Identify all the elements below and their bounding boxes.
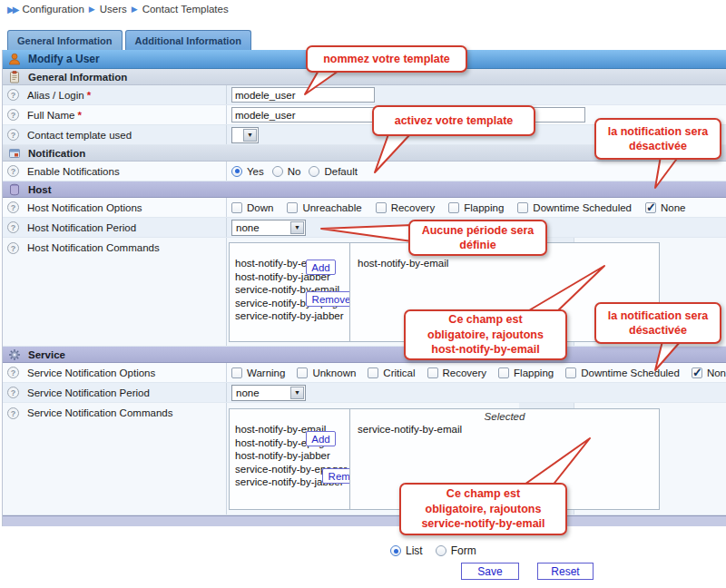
checkbox-icon[interactable] xyxy=(231,202,242,213)
breadcrumb-configuration[interactable]: Configuration xyxy=(22,4,83,15)
section-header-label: General Information xyxy=(28,72,127,83)
callout-no-period: Aucune période seradéfinie xyxy=(408,220,547,256)
list-item[interactable]: service-notify-by-email xyxy=(358,423,659,436)
gear-icon xyxy=(8,348,21,361)
reset-button[interactable]: Reset xyxy=(537,563,594,580)
checkbox-down[interactable]: Down xyxy=(231,202,273,213)
list-item[interactable]: host-notify-by-email xyxy=(358,257,659,270)
double-arrow-icon: ▶▶ xyxy=(7,5,17,15)
help-icon[interactable]: ? xyxy=(7,165,19,177)
table-footer-bar xyxy=(3,515,726,526)
clipboard-icon xyxy=(8,71,21,83)
radio-icon[interactable] xyxy=(231,166,242,177)
checkbox-downtime-scheduled[interactable]: Downtime Scheduled xyxy=(517,202,632,213)
help-icon[interactable]: ? xyxy=(7,201,19,213)
checkbox-icon[interactable] xyxy=(297,368,308,378)
service-period-value-cell: none ▼ xyxy=(228,383,726,402)
callout-required-host-command: Ce champ estobligatoire, rajoutonshost-n… xyxy=(404,309,567,360)
dropdown-arrow-icon[interactable]: ▼ xyxy=(243,129,257,142)
checkbox-none[interactable]: None xyxy=(692,368,726,378)
alias-login-row: ? Alias / Login* xyxy=(3,85,726,105)
section-header-label: Service xyxy=(28,349,65,360)
checkbox-icon[interactable] xyxy=(368,368,378,378)
service-add-button[interactable]: Add xyxy=(306,431,336,446)
callout-name-template: nommez votre template xyxy=(306,45,467,73)
full-name-label: Full Name* xyxy=(27,110,82,121)
checkbox-recovery[interactable]: Recovery xyxy=(427,368,487,378)
breadcrumb-contact-templates[interactable]: Contact Templates xyxy=(142,4,229,15)
radio-icon[interactable] xyxy=(272,166,283,177)
help-icon[interactable]: ? xyxy=(7,109,19,121)
help-icon[interactable]: ? xyxy=(7,242,19,254)
checkbox-checked-icon[interactable] xyxy=(645,202,656,213)
radio-form[interactable]: Form xyxy=(436,544,476,557)
checkbox-recovery[interactable]: Recovery xyxy=(376,202,436,213)
help-icon[interactable]: ? xyxy=(7,387,19,398)
service-commands-label: Service Notification Commands xyxy=(27,407,172,418)
radio-icon[interactable] xyxy=(309,166,319,177)
breadcrumb: ▶▶ Configuration ▶ Users ▶ Contact Templ… xyxy=(7,4,229,15)
help-icon[interactable]: ? xyxy=(7,221,19,233)
help-icon[interactable]: ? xyxy=(7,407,19,419)
dropdown-arrow-icon[interactable]: ▼ xyxy=(290,387,304,399)
host-commands-label: Host Notification Commands xyxy=(27,242,160,253)
checkbox-icon[interactable] xyxy=(565,368,576,378)
host-notification-options-row: ? Host Notification Options Down Unreach… xyxy=(3,198,726,218)
checkbox-icon[interactable] xyxy=(427,368,438,378)
checkbox-downtime-scheduled[interactable]: Downtime Scheduled xyxy=(565,368,680,378)
checkbox-flapping[interactable]: Flapping xyxy=(498,368,554,378)
checkbox-icon[interactable] xyxy=(287,202,298,213)
section-host: Host xyxy=(3,181,726,198)
contact-template-label-cell: ? Contact template used xyxy=(3,125,227,144)
checkbox-flapping[interactable]: Flapping xyxy=(448,202,504,213)
radio-icon[interactable] xyxy=(390,545,401,556)
checkbox-none[interactable]: None xyxy=(645,202,686,213)
checkbox-unreachable[interactable]: Unreachable xyxy=(287,202,361,213)
checkbox-icon[interactable] xyxy=(448,202,459,213)
dropdown-arrow-icon[interactable]: ▼ xyxy=(290,221,304,234)
checkbox-warning[interactable]: Warning xyxy=(231,368,285,378)
host-commands-label-cell: ? Host Notification Commands xyxy=(3,238,227,346)
service-options-label: Service Notification Options xyxy=(27,368,155,378)
tab-additional-information[interactable]: Additional Information xyxy=(125,30,251,50)
chevron-right-icon: ▶ xyxy=(89,5,95,14)
checkbox-icon[interactable] xyxy=(376,202,387,213)
checkbox-checked-icon[interactable] xyxy=(692,368,702,378)
checkbox-icon[interactable] xyxy=(231,368,242,378)
full-name-label-cell: ? Full Name* xyxy=(3,105,227,124)
help-icon[interactable]: ? xyxy=(7,89,19,101)
database-icon xyxy=(8,183,21,196)
radio-yes[interactable]: Yes xyxy=(231,166,264,177)
host-period-select[interactable]: none ▼ xyxy=(231,220,306,236)
help-icon[interactable]: ? xyxy=(7,367,19,378)
service-period-select[interactable]: none ▼ xyxy=(231,385,306,401)
radio-no[interactable]: No xyxy=(272,166,301,177)
contact-template-select[interactable]: ▼ xyxy=(231,127,259,143)
radio-default[interactable]: Default xyxy=(309,166,357,177)
host-options-value-cell: Down Unreachable Recovery Flapping Downt… xyxy=(228,198,726,217)
service-options-label-cell: ? Service Notification Options xyxy=(3,363,227,382)
checkbox-icon[interactable] xyxy=(498,368,509,378)
enable-notifications-value-cell: Yes No Default xyxy=(228,162,726,181)
service-notification-commands-row: ? Service Notification Commands Availabl… xyxy=(3,403,726,515)
tab-general-information[interactable]: General Information xyxy=(7,30,123,50)
breadcrumb-users[interactable]: Users xyxy=(100,4,127,15)
radio-list[interactable]: List xyxy=(390,544,423,557)
alias-login-label: Alias / Login* xyxy=(27,90,91,101)
checkbox-critical[interactable]: Critical xyxy=(368,368,415,378)
help-icon[interactable]: ? xyxy=(7,129,19,141)
callout-notification-disabled-host: la notification seradésactivée xyxy=(594,118,721,160)
service-commands-label-cell: ? Service Notification Commands xyxy=(3,403,227,514)
select-value: none xyxy=(236,222,260,233)
checkbox-icon[interactable] xyxy=(517,202,528,213)
host-add-button[interactable]: Add xyxy=(306,260,336,275)
host-period-label-cell: ? Host Notification Period xyxy=(3,218,227,237)
window-icon xyxy=(8,147,21,160)
save-button[interactable]: Save xyxy=(461,563,519,580)
checkbox-unknown[interactable]: Unknown xyxy=(297,368,356,378)
view-mode-radios: List Form xyxy=(390,544,476,557)
alias-login-input[interactable] xyxy=(231,87,375,103)
radio-icon[interactable] xyxy=(436,545,446,556)
required-asterisk: * xyxy=(77,110,81,121)
selected-header: Selected xyxy=(350,409,659,422)
